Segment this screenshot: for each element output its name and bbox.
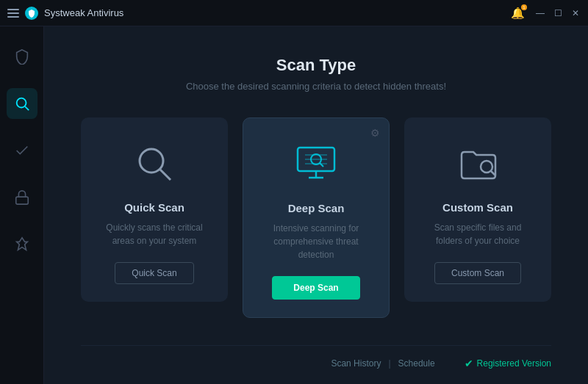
deep-scan-desc: Intensive scanning for comprehensive thr… (261, 222, 371, 261)
window-controls: — ☐ ✕ (535, 8, 581, 18)
deep-scan-icon (290, 139, 342, 190)
page-header: Scan Type Choose the desired scanning cr… (81, 56, 551, 92)
title-bar: Systweak Antivirus 🔔 1 — ☐ ✕ (0, 0, 588, 26)
maximize-button[interactable]: ☐ (553, 8, 563, 18)
sidebar-item-speed[interactable] (7, 229, 37, 260)
quick-scan-title: Quick Scan (124, 201, 184, 214)
custom-scan-button[interactable]: Custom Scan (434, 262, 521, 284)
svg-point-13 (481, 161, 492, 173)
notification-badge-dot: 1 (521, 4, 527, 10)
title-bar-right: 🔔 1 — ☐ ✕ (511, 7, 581, 20)
minimize-button[interactable]: — (535, 8, 545, 18)
sidebar-item-protection[interactable] (7, 41, 37, 72)
custom-scan-icon (456, 138, 500, 189)
sidebar-item-status[interactable] (7, 135, 37, 166)
sidebar-item-scan[interactable] (7, 88, 37, 119)
quick-scan-desc: Quickly scans the critical areas on your… (98, 221, 210, 247)
custom-scan-title: Custom Scan (442, 201, 513, 214)
quick-scan-button[interactable]: Quick Scan (115, 262, 193, 284)
deep-scan-title: Deep Scan (288, 202, 345, 214)
footer-divider: | (388, 358, 390, 369)
registered-label: Registered Version (477, 358, 551, 369)
quick-scan-icon (132, 138, 176, 189)
svg-rect-2 (15, 197, 28, 204)
custom-scan-card: Custom Scan Scan specific files and fold… (404, 117, 551, 302)
app-title: Systweak Antivirus (44, 7, 123, 18)
svg-line-1 (25, 106, 29, 110)
sidebar-item-privacy[interactable] (7, 182, 37, 213)
hamburger-menu[interactable] (7, 9, 19, 18)
page-subtitle: Choose the desired scanning criteria to … (81, 81, 551, 92)
app-logo (25, 7, 38, 20)
schedule-link[interactable]: Schedule (398, 358, 435, 369)
page-title: Scan Type (81, 56, 551, 75)
quick-scan-card: Quick Scan Quickly scans the critical ar… (81, 117, 228, 302)
footer: Scan History | Schedule ✔ Registered Ver… (81, 345, 551, 369)
notification-button[interactable]: 🔔 1 (511, 7, 525, 20)
sidebar (0, 26, 44, 384)
content-area: Scan Type Choose the desired scanning cr… (44, 26, 588, 384)
check-circle-icon: ✔ (465, 358, 473, 369)
scan-cards-container: Quick Scan Quickly scans the critical ar… (81, 117, 551, 345)
close-button[interactable]: ✕ (570, 8, 581, 18)
registered-version: ✔ Registered Version (465, 358, 551, 369)
main-layout: Scan Type Choose the desired scanning cr… (0, 26, 588, 384)
svg-point-0 (16, 98, 26, 108)
scan-history-link[interactable]: Scan History (331, 358, 381, 369)
deep-scan-card: ⚙ (243, 117, 390, 318)
deep-scan-button[interactable]: Deep Scan (272, 276, 359, 300)
svg-line-4 (159, 169, 171, 180)
custom-scan-desc: Scan specific files and folders of your … (422, 221, 534, 247)
settings-icon[interactable]: ⚙ (370, 127, 380, 139)
title-bar-left: Systweak Antivirus (7, 7, 123, 20)
footer-links: Scan History | Schedule (331, 358, 434, 369)
